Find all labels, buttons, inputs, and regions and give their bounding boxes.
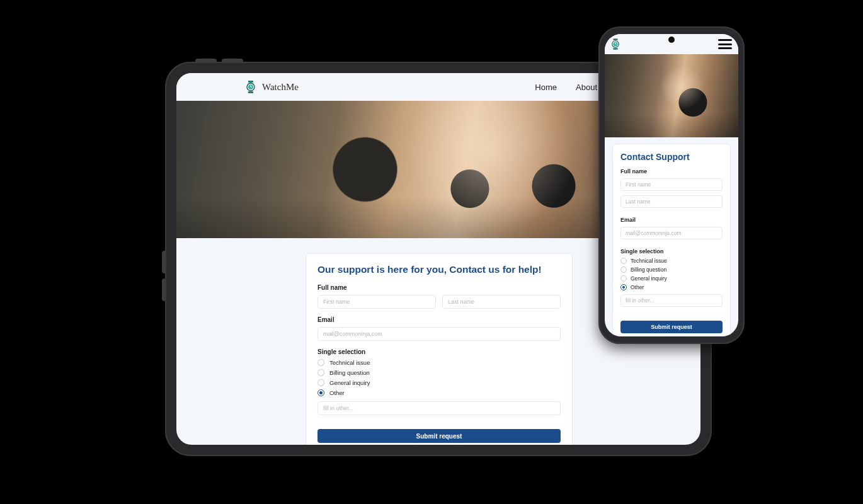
svg-rect-7 (614, 48, 618, 50)
mobile-submit-button[interactable]: Submit request (620, 321, 723, 333)
radio-label: General inquiry (631, 275, 667, 282)
fullname-label: Full name (317, 284, 561, 291)
radio-label: Other (631, 284, 644, 290)
other-input[interactable] (317, 401, 561, 415)
mobile-hero-image (605, 54, 738, 137)
radio-icon (317, 369, 324, 376)
mobile-form-title: Contact Support (620, 152, 723, 162)
radio-icon (620, 258, 627, 264)
svg-rect-1 (248, 91, 253, 93)
mobile-radio-general[interactable]: General inquiry (620, 275, 723, 282)
phone-device: Contact Support Full name Email Single s… (598, 26, 745, 344)
mobile-radio-technical[interactable]: Technical issue (620, 258, 723, 264)
radio-label: Other (329, 389, 345, 396)
logo[interactable]: WatchMe (246, 81, 299, 93)
radio-icon (620, 266, 627, 273)
radio-label: Technical issue (329, 359, 370, 366)
tablet-button (195, 59, 217, 62)
menu-icon[interactable] (718, 39, 732, 49)
radio-label: Billing question (329, 369, 370, 376)
nav-item-home[interactable]: Home (535, 83, 557, 92)
selection-label: Single selection (317, 348, 561, 355)
radio-billing[interactable]: Billing question (317, 369, 561, 376)
brand-name: WatchMe (262, 82, 299, 93)
mobile-firstname-input[interactable] (620, 178, 723, 191)
firstname-input[interactable] (317, 295, 436, 309)
radio-general[interactable]: General inquiry (317, 379, 561, 386)
tablet-button (162, 251, 165, 273)
phone-screen: Contact Support Full name Email Single s… (605, 34, 738, 336)
tablet-button (162, 278, 165, 301)
mobile-email-input[interactable] (620, 227, 723, 239)
radio-technical[interactable]: Technical issue (317, 359, 561, 366)
tablet-button (222, 59, 243, 62)
mobile-radio-group: Technical issue Billing question General… (620, 258, 723, 290)
mobile-fullname-label: Full name (620, 168, 723, 175)
email-input[interactable] (317, 327, 561, 341)
mobile-radio-billing[interactable]: Billing question (620, 266, 723, 273)
radio-label: General inquiry (329, 379, 370, 386)
lastname-input[interactable] (442, 295, 561, 309)
svg-rect-0 (248, 81, 253, 83)
radio-icon (620, 275, 627, 282)
radio-label: Billing question (631, 266, 666, 273)
contact-form: Our support is here for you, Contact us … (306, 253, 573, 445)
mobile-radio-other[interactable]: Other (620, 284, 723, 290)
watch-icon (246, 81, 256, 93)
radio-icon (317, 389, 324, 396)
mobile-lastname-input[interactable] (620, 195, 723, 208)
mobile-email-label: Email (620, 217, 723, 223)
radio-other[interactable]: Other (317, 389, 561, 396)
radio-icon (317, 359, 324, 366)
form-title: Our support is here for you, Contact us … (317, 264, 561, 275)
phone-camera (668, 37, 675, 43)
mobile-contact-form: Contact Support Full name Email Single s… (612, 144, 731, 336)
submit-button[interactable]: Submit request (317, 429, 561, 443)
radio-label: Technical issue (631, 258, 667, 264)
watch-icon (611, 38, 620, 50)
mobile-other-input[interactable] (620, 294, 723, 307)
email-label: Email (317, 316, 561, 323)
svg-rect-6 (614, 38, 618, 40)
radio-group: Technical issue Billing question General… (317, 359, 561, 396)
mobile-selection-label: Single selection (620, 248, 723, 255)
radio-icon (317, 379, 324, 386)
radio-icon (620, 284, 627, 290)
